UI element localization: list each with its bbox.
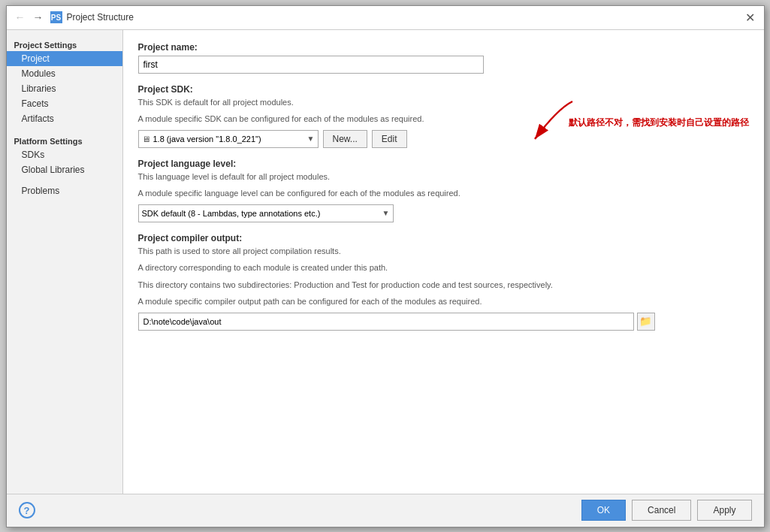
project-settings-label: Project Settings	[7, 36, 122, 51]
back-button[interactable]: ←	[13, 10, 28, 25]
project-structure-dialog: ← → PS Project Structure ✕ Project Setti…	[6, 5, 765, 527]
close-button[interactable]: ✕	[743, 10, 758, 25]
language-level-dropdown[interactable]: SDK default (8 - Lambdas, type annotatio…	[138, 204, 394, 222]
new-sdk-button[interactable]: New...	[323, 130, 367, 148]
dialog-title: Project Structure	[67, 12, 134, 23]
language-level-arrow: ▼	[382, 209, 390, 217]
sidebar-item-facets[interactable]: Facets	[7, 96, 122, 111]
sidebar-item-global-libraries[interactable]: Global Libraries	[7, 162, 122, 177]
annotation-text: 默认路径不对，需找到安装时自己设置的路径	[569, 116, 749, 129]
language-level-desc2: A module specific language level can be …	[138, 187, 749, 200]
browse-folder-button[interactable]: 📁	[637, 313, 655, 331]
project-name-label: Project name:	[138, 42, 749, 53]
sidebar: Project Settings Project Modules Librari…	[7, 30, 123, 494]
main-content: Project Settings Project Modules Librari…	[7, 30, 764, 494]
language-level-value: SDK default (8 - Lambdas, type annotatio…	[142, 209, 321, 218]
compiler-output-desc4: A module specific compiler output path c…	[138, 295, 749, 308]
sdk-value-text: 1.8 (java version "1.8.0_221")	[153, 135, 261, 144]
sdk-select-inner: 🖥 1.8 (java version "1.8.0_221")	[142, 135, 261, 144]
sidebar-item-project[interactable]: Project	[7, 51, 122, 66]
title-bar: ← → PS Project Structure ✕	[7, 6, 764, 30]
language-level-title: Project language level:	[138, 159, 749, 169]
compiler-output-title: Project compiler output:	[138, 233, 749, 243]
title-nav: ← →	[13, 10, 46, 25]
right-panel: Project name: Project SDK: This SDK is d…	[123, 30, 764, 494]
compiler-output-desc3: This directory contains two subdirectori…	[138, 279, 749, 292]
footer: ? OK Cancel Apply	[7, 494, 764, 527]
output-path-row: 📁	[138, 313, 749, 331]
sdk-icon: 🖥	[142, 135, 150, 144]
sidebar-item-modules[interactable]: Modules	[7, 66, 122, 81]
edit-sdk-button[interactable]: Edit	[372, 130, 407, 148]
cancel-button[interactable]: Cancel	[632, 500, 691, 521]
language-level-desc1: This language level is default for all p…	[138, 171, 749, 183]
apply-button[interactable]: Apply	[697, 500, 751, 521]
sidebar-item-libraries[interactable]: Libraries	[7, 81, 122, 96]
output-path-input[interactable]	[138, 313, 634, 331]
folder-icon: 📁	[639, 316, 652, 327]
ok-button[interactable]: OK	[581, 500, 626, 521]
project-sdk-desc1: This SDK is default for all project modu…	[138, 96, 749, 109]
project-name-input[interactable]	[138, 56, 484, 74]
app-icon: PS	[50, 11, 62, 23]
help-button[interactable]: ?	[19, 502, 35, 518]
project-sdk-title: Project SDK:	[138, 84, 749, 95]
title-bar-left: ← → PS Project Structure	[13, 10, 134, 25]
sdk-dropdown-arrow: ▼	[307, 135, 315, 143]
footer-buttons: OK Cancel Apply	[581, 500, 752, 521]
compiler-output-desc1: This path is used to store all project c…	[138, 245, 749, 258]
sdk-dropdown[interactable]: 🖥 1.8 (java version "1.8.0_221") ▼	[138, 130, 319, 148]
sidebar-item-problems[interactable]: Problems	[7, 183, 122, 198]
compiler-output-desc2: A directory corresponding to each module…	[138, 261, 749, 274]
sidebar-item-artifacts[interactable]: Artifacts	[7, 111, 122, 126]
forward-button[interactable]: →	[31, 10, 46, 25]
sdk-row: 🖥 1.8 (java version "1.8.0_221") ▼ New..…	[138, 130, 749, 148]
sidebar-item-sdks[interactable]: SDKs	[7, 147, 122, 162]
platform-settings-label: Platform Settings	[7, 132, 122, 147]
